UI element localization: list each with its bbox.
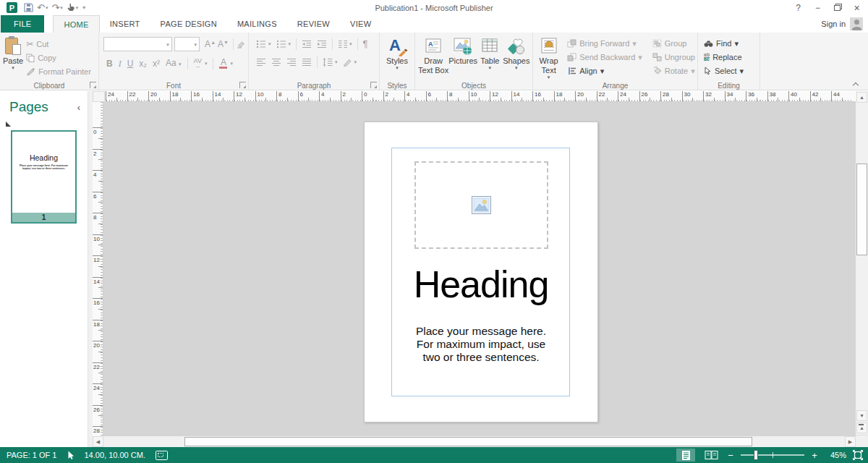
grow-font-button[interactable]: A▲ [205, 39, 216, 49]
font-name-combo[interactable]: ▾ [103, 37, 172, 51]
align-center-button[interactable] [271, 58, 281, 67]
line-spacing-button[interactable] [323, 58, 333, 67]
fit-page-button[interactable] [853, 450, 863, 460]
decrease-indent-button[interactable] [302, 40, 312, 48]
show-special-characters-button[interactable]: ¶ [363, 40, 368, 48]
justify-button[interactable] [302, 58, 312, 67]
shapes-button[interactable]: Shapes ▾ [503, 34, 530, 80]
scroll-down-button[interactable]: ▼ [856, 410, 867, 421]
redo-caret[interactable]: ▾ [60, 5, 63, 10]
sign-in[interactable]: Sign in [821, 15, 868, 33]
zoom-level[interactable]: 45% [825, 451, 846, 459]
pages-sort-triangle-icon[interactable] [6, 122, 11, 127]
help-button[interactable]: ? [788, 0, 808, 15]
vertical-scroll-thumb[interactable] [856, 163, 867, 255]
h-ruler-mark: 0 [362, 91, 383, 102]
vertical-scrollbar[interactable]: ▲ ▼ ▲ ▼ [856, 91, 868, 447]
horizontal-ruler[interactable]: 2422201816141210864202468101214161820222… [106, 91, 856, 102]
tab-mailings[interactable]: MAILINGS [227, 15, 287, 33]
page-indicator[interactable]: PAGE: 1 OF 1 [7, 451, 57, 459]
previous-page-button[interactable]: ▲ [856, 422, 867, 433]
close-button[interactable]: × [847, 0, 867, 15]
change-case-button[interactable]: Aa ▾ [166, 58, 182, 69]
bullets-button[interactable] [256, 40, 267, 48]
save-button[interactable] [24, 3, 33, 12]
superscript-button[interactable]: x² [153, 59, 160, 69]
tab-review[interactable]: REVIEW [287, 15, 340, 33]
format-painter-button[interactable]: Format Painter [26, 65, 91, 77]
subscript-button[interactable]: x₂ [139, 59, 147, 69]
table-button[interactable]: Table ▾ [477, 34, 503, 80]
paragraph-marks-button[interactable] [343, 58, 353, 67]
scroll-up-button[interactable]: ▲ [856, 92, 867, 103]
tab-insert[interactable]: INSERT [100, 15, 150, 33]
horizontal-scroll-thumb[interactable] [184, 437, 752, 446]
replace-button[interactable]: abac Replace [704, 51, 757, 63]
redo-button[interactable]: ↷▾ [51, 3, 62, 12]
font-color-button[interactable]: A [219, 59, 227, 69]
draw-text-box-button[interactable]: A Draw Text Box [418, 34, 448, 80]
paste-button[interactable]: Paste ▾ [3, 34, 23, 80]
find-button[interactable]: Find ▾ [704, 38, 757, 49]
group-label-arrange: Arrange [533, 82, 697, 90]
h-ruler-mark: 4 [404, 91, 426, 102]
character-spacing-button[interactable]: AV↔ [194, 59, 202, 69]
bring-forward-button[interactable]: Bring Forward ▾ [567, 38, 642, 49]
page-heading-text[interactable]: Heading [365, 264, 597, 305]
font-size-combo[interactable]: ▾ [174, 37, 200, 51]
page-body-text[interactable]: Place your message here. For maximum imp… [365, 325, 597, 364]
collapse-ribbon-button[interactable] [854, 81, 859, 87]
minimize-button[interactable]: − [808, 0, 827, 15]
italic-button[interactable]: I [119, 59, 122, 69]
picture-placeholder[interactable] [414, 161, 548, 249]
bold-button[interactable]: B [106, 59, 113, 69]
zoom-out-button[interactable]: − [727, 451, 734, 460]
tab-file[interactable]: FILE [1, 15, 44, 33]
font-dialog-launcher[interactable] [239, 82, 246, 88]
columns-button[interactable] [338, 40, 348, 48]
tab-view[interactable]: VIEW [340, 15, 381, 33]
rotate-button[interactable]: Rotate ▾ [652, 65, 695, 77]
align-left-button[interactable] [256, 58, 266, 67]
align-button[interactable]: Align ▾ [567, 65, 642, 77]
cursor-coordinates[interactable]: 14.00, 10.00 CM. [85, 451, 145, 459]
cut-button[interactable]: ✂ Cut [26, 38, 91, 50]
workspace[interactable]: Heading Place your message here. For max… [103, 102, 856, 436]
horizontal-scrollbar[interactable]: ◀ ▶ [93, 436, 856, 447]
object-size-icon[interactable] [156, 451, 168, 460]
styles-button[interactable]: A Styles ▾ [383, 34, 412, 70]
single-page-view-button[interactable] [676, 449, 695, 462]
select-button[interactable]: Select ▾ [704, 65, 757, 77]
vertical-ruler[interactable]: 0246810121416182022242628 [93, 102, 103, 436]
two-page-view-button[interactable] [702, 449, 720, 462]
pictures-button[interactable]: Pictures [448, 34, 477, 80]
clipboard-dialog-launcher[interactable] [90, 82, 96, 88]
touch-mouse-mode-button[interactable]: ▾ [67, 3, 79, 12]
scroll-left-button[interactable]: ◀ [93, 436, 103, 447]
underline-button[interactable]: U [127, 59, 134, 69]
restore-button[interactable] [827, 0, 847, 15]
zoom-slider[interactable] [741, 454, 804, 456]
copy-button[interactable]: Copy [26, 51, 91, 64]
shrink-font-button[interactable]: A▼ [218, 39, 229, 49]
customize-qat-button[interactable]: ▾ [82, 5, 85, 11]
paragraph-dialog-launcher[interactable] [370, 82, 377, 88]
page-thumbnail[interactable]: Heading Place your message here. For max… [11, 130, 77, 224]
clear-formatting-button[interactable] [236, 40, 246, 49]
undo-caret[interactable]: ▾ [46, 5, 48, 10]
send-backward-button[interactable]: Send Backward ▾ [567, 51, 642, 63]
collapse-pages-panel-button[interactable]: ‹ [77, 102, 80, 113]
align-right-button[interactable] [286, 58, 297, 67]
ungroup-button[interactable]: Ungroup [652, 51, 695, 63]
tab-page-design[interactable]: PAGE DESIGN [150, 15, 227, 33]
numbering-button[interactable] [276, 40, 287, 48]
zoom-slider-thumb[interactable] [754, 450, 758, 460]
group-button[interactable]: Group [652, 38, 695, 49]
undo-button[interactable]: ↶▾ [37, 3, 48, 12]
scroll-right-button[interactable]: ▶ [845, 436, 856, 447]
publication-page[interactable]: Heading Place your message here. For max… [364, 122, 598, 422]
increase-indent-button[interactable] [317, 40, 327, 48]
tab-home[interactable]: HOME [53, 15, 99, 33]
zoom-in-button[interactable]: + [811, 451, 818, 460]
wrap-text-button[interactable]: Wrap Text ▾ [536, 34, 561, 80]
